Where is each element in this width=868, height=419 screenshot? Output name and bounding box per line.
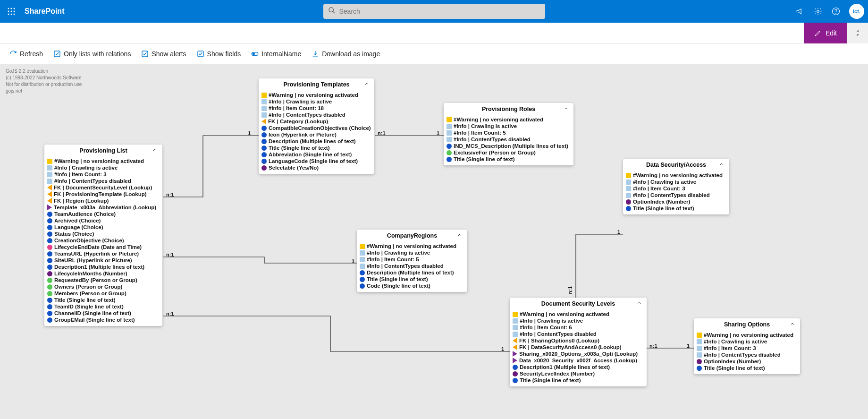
card-title[interactable]: Provisioning Templates: [259, 78, 374, 91]
field-row: LifecycleInMonths (Number): [47, 270, 160, 277]
field-row: ChannelID (Single line of text): [47, 310, 160, 316]
field-row: FK | SharingOptions0 (Lookup): [513, 337, 644, 344]
field-row: TeamID (Single line of text): [47, 303, 160, 310]
download-label: Download as image: [322, 50, 380, 58]
circle-icon: [47, 298, 52, 303]
field-label: SecurityLevelIndex (Number): [520, 371, 595, 376]
field-label: #Info | Item Count: 3: [633, 186, 685, 191]
field-row: #Info | Item Count: 6: [513, 324, 644, 331]
field-row: #Warning | no versioning activated: [261, 92, 371, 98]
chevron-up-icon[interactable]: [457, 232, 463, 239]
card-company-regions[interactable]: CompanyRegions #Warning | no versioning …: [357, 230, 467, 292]
square-icon: [513, 312, 518, 317]
avatar[interactable]: ict.: [849, 4, 864, 19]
field-row: #Info | ContentTypes disabled: [360, 263, 464, 269]
triangle-left-icon: [261, 119, 266, 124]
link-label: n:1: [378, 130, 386, 136]
header-actions: ict.: [795, 4, 864, 19]
field-label: #Info | Crawling is active: [704, 339, 767, 344]
card-title[interactable]: Data Security/Access: [623, 159, 729, 171]
megaphone-icon[interactable]: [795, 7, 805, 16]
circle-icon: [261, 145, 267, 151]
field-label: Owners (Person or Group): [54, 284, 122, 290]
gojs-watermark: GoJS 2.2 evaluation (c) 1998-2022 Northw…: [6, 68, 82, 94]
search-input[interactable]: [339, 8, 540, 15]
app-launcher-icon[interactable]: [4, 4, 19, 19]
circle-icon: [47, 238, 52, 243]
chevron-up-icon[interactable]: [719, 162, 725, 169]
triangle-left-icon: [47, 191, 52, 197]
card-title[interactable]: Provisioning Roles: [444, 103, 573, 115]
field-label: TeamsURL (Hyperlink or Picture): [54, 251, 139, 257]
card-provisioning-templates[interactable]: Provisioning Templates #Warning | no ver…: [259, 78, 374, 174]
search-box[interactable]: [323, 4, 545, 19]
field-row: FK | DocumentSecurityLevel (Lookup): [47, 184, 160, 191]
only-relations-toggle[interactable]: Only lists with relations: [53, 50, 131, 58]
field-row: Title (Single line of text): [513, 377, 644, 384]
circle-icon: [360, 277, 365, 282]
field-row: #Info | Crawling is active: [513, 317, 644, 324]
card-title[interactable]: Document Security Levels: [510, 298, 647, 310]
refresh-button[interactable]: Refresh: [9, 50, 43, 58]
field-label: Abbreviation (Single line of text): [269, 152, 352, 157]
chevron-up-icon[interactable]: [636, 300, 642, 308]
field-label: ChannelID (Single line of text): [54, 310, 131, 316]
square-icon: [626, 173, 631, 178]
help-icon[interactable]: [831, 7, 841, 16]
svg-point-7: [11, 14, 12, 15]
circle-icon: [513, 365, 518, 370]
diagram-canvas[interactable]: GoJS 2.2 evaluation (c) 1998-2022 Northw…: [0, 64, 868, 419]
square-icon: [697, 352, 702, 358]
edit-button[interactable]: Edit: [804, 23, 847, 43]
circle-icon: [47, 304, 52, 309]
square-icon: [261, 99, 267, 104]
card-title-text: Document Security Levels: [541, 300, 615, 307]
chevron-up-icon[interactable]: [790, 321, 795, 328]
card-title[interactable]: Sharing Options: [694, 318, 800, 331]
field-label: FK | DataSecurityAndAccess0 (Lookup): [519, 344, 622, 350]
triangle-right-icon: [47, 205, 52, 210]
field-row: #Info | Item Count: 5: [447, 129, 571, 136]
circle-icon: [261, 152, 267, 157]
field-row: LanguageCode (Single line of text): [261, 158, 371, 164]
collapse-icon[interactable]: [847, 23, 868, 43]
field-row: Owners (Person or Group): [47, 283, 160, 290]
field-row: FK | Category (Lookup): [261, 118, 371, 125]
download-image-button[interactable]: Download as image: [312, 50, 380, 58]
field-label: Archived (Choice): [54, 218, 101, 223]
square-icon: [513, 318, 518, 324]
card-document-security-levels[interactable]: Document Security Levels #Warning | no v…: [510, 298, 647, 386]
internal-name-toggle[interactable]: InternalName: [251, 50, 301, 58]
gear-icon[interactable]: [813, 7, 823, 16]
field-row: Sharing_x0020_Options_x003a_Opti (Lookup…: [513, 351, 644, 357]
card-sharing-options[interactable]: Sharing Options #Warning | no versioning…: [694, 318, 800, 374]
svg-point-8: [14, 14, 15, 15]
field-label: GroupEMail (Single line of text): [54, 317, 135, 323]
card-provisioning-list[interactable]: Provisioning List #Warning | no versioni…: [44, 145, 162, 326]
card-title[interactable]: CompanyRegions: [357, 230, 467, 242]
field-label: #Warning | no versioning activated: [454, 117, 543, 122]
circle-icon: [47, 258, 52, 263]
chevron-up-icon[interactable]: [563, 106, 569, 113]
field-label: #Info | Item Count: 18: [269, 105, 324, 111]
field-label: Description (Multiple lines of text): [269, 138, 356, 144]
square-icon: [626, 193, 631, 198]
field-label: #Info | Item Count: 3: [54, 171, 107, 177]
svg-point-3: [8, 11, 9, 12]
card-data-security-access[interactable]: Data Security/Access #Warning | no versi…: [623, 159, 729, 214]
chevron-up-icon[interactable]: [152, 147, 158, 154]
card-title[interactable]: Provisioning List: [44, 145, 162, 157]
square-icon: [360, 264, 365, 269]
show-fields-toggle[interactable]: Show fields: [197, 50, 241, 58]
field-label: #Info | ContentTypes disabled: [454, 137, 531, 142]
field-row: FK | DataSecurityAndAccess0 (Lookup): [513, 344, 644, 351]
chevron-up-icon[interactable]: [364, 81, 370, 88]
show-alerts-toggle[interactable]: Show alerts: [141, 50, 186, 58]
field-label: #Warning | no versioning activated: [54, 158, 144, 164]
field-row: Title (Single line of text): [47, 297, 160, 303]
field-label: Description (Multiple lines of text): [367, 270, 454, 275]
card-provisioning-roles[interactable]: Provisioning Roles #Warning | no version…: [444, 103, 573, 165]
field-row: #Info | Crawling is active: [447, 123, 571, 129]
brand-label: SharePoint: [25, 7, 64, 16]
link-label: n:1: [567, 286, 573, 294]
